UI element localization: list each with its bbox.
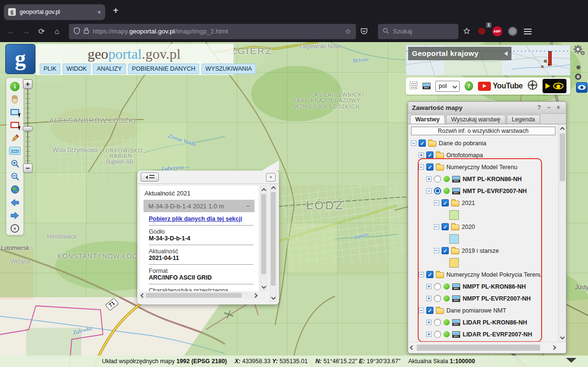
- pan-tool-button[interactable]: [9, 93, 21, 106]
- scrollbar-thumb[interactable]: [417, 345, 540, 351]
- popup-item-header[interactable]: M-34-3-D-b-1-4 2021 1.0 m −: [144, 200, 255, 212]
- xyh-coordinates-button[interactable]: XYH: [9, 144, 21, 157]
- minus-expander-icon[interactable]: −: [426, 188, 432, 194]
- checkbox-checked-icon[interactable]: ✓: [426, 271, 433, 278]
- panel-vertical-scrollbar[interactable]: [558, 125, 566, 342]
- language-select[interactable]: pol: [435, 81, 460, 92]
- plus-expander-icon[interactable]: +: [426, 284, 432, 289]
- zoom-slider-plus-button[interactable]: +: [23, 79, 33, 89]
- layer-tree-item[interactable]: −✓2021: [408, 197, 558, 209]
- minus-expander-icon[interactable]: −: [419, 272, 424, 277]
- popup-close-button[interactable]: ×: [266, 173, 276, 182]
- radio-unselected-icon[interactable]: [434, 175, 441, 183]
- zoom-slider-minus-button[interactable]: −: [23, 163, 33, 173]
- tab-warstwy[interactable]: Warstwy: [410, 115, 445, 124]
- scrollbar-thumb[interactable]: [271, 192, 276, 286]
- layer-tree-item[interactable]: −✓2019 i starsze: [408, 245, 558, 257]
- download-data-link[interactable]: Pobierz plik danych dla tej sekcji: [149, 216, 242, 222]
- zoom-out-tool-button[interactable]: [9, 170, 21, 183]
- layer-tree-item[interactable]: +wmsNMPT PL-KRON86-NH: [408, 281, 558, 292]
- radio-unselected-icon[interactable]: [434, 331, 441, 338]
- geoportal-logo[interactable]: g: [5, 44, 35, 74]
- minus-expander-icon[interactable]: −: [434, 224, 439, 229]
- menu-hamburger-icon[interactable]: [521, 24, 535, 39]
- checkbox-checked-icon[interactable]: ✓: [419, 140, 426, 147]
- zoom-slider-handle[interactable]: [22, 126, 33, 131]
- search-bar[interactable]: Szukaj: [378, 24, 458, 39]
- checkbox-checked-icon[interactable]: ✓: [426, 307, 433, 314]
- plus-expander-icon[interactable]: +: [419, 152, 424, 158]
- popup-horizontal-scrollbar[interactable]: [140, 292, 258, 299]
- layer-tree-item[interactable]: +wmsNMT PL-KRON86-NH: [408, 173, 558, 185]
- previous-view-button[interactable]: [9, 196, 21, 209]
- menu-pobieranie-danych[interactable]: POBIERANIE DANYCH: [128, 64, 200, 74]
- back-icon[interactable]: ←: [4, 24, 18, 39]
- minus-expander-icon[interactable]: −: [419, 164, 424, 170]
- expand-all-layers-button[interactable]: Rozwiń inf. o wszystkich warstwach: [411, 127, 555, 135]
- select-rectangle-button[interactable]: [9, 106, 21, 119]
- layer-tree-item[interactable]: +wmsLIDAR PL-EVRF2007-NH: [408, 328, 558, 340]
- plus-expander-icon[interactable]: +: [426, 176, 432, 182]
- panel-help-button[interactable]: ?: [535, 104, 543, 111]
- panel-close-button[interactable]: ×: [555, 104, 562, 111]
- collapse-dot-button[interactable]: [577, 65, 580, 69]
- radio-selected-icon[interactable]: [434, 187, 441, 194]
- checkbox-checked-icon[interactable]: ✓: [426, 151, 433, 159]
- youtube-link[interactable]: YouTube: [478, 82, 523, 91]
- next-view-button[interactable]: [9, 209, 21, 222]
- panel-minimize-button[interactable]: −: [545, 104, 553, 111]
- wms-button[interactable]: wms: [422, 83, 431, 89]
- reload-icon[interactable]: ⟳: [34, 24, 49, 39]
- settings-gear-button[interactable]: [572, 44, 586, 58]
- new-tab-button[interactable]: +: [113, 6, 119, 15]
- minus-expander-icon[interactable]: −: [434, 200, 439, 205]
- shield-icon[interactable]: [74, 27, 80, 36]
- checkbox-checked-icon[interactable]: ✓: [442, 223, 449, 230]
- panel-horizontal-scrollbar[interactable]: [408, 342, 566, 353]
- home-icon[interactable]: ⌂: [50, 24, 64, 39]
- high-contrast-toggle[interactable]: [543, 79, 566, 93]
- layer-tree-item[interactable]: −✓Dane pomiarowe NMT: [408, 304, 558, 316]
- tab-wyszukaj-warstwe[interactable]: Wyszukaj warstwę: [446, 115, 506, 124]
- menu-widok[interactable]: WIDOK: [63, 64, 90, 74]
- layer-panel-titlebar[interactable]: Zawartość mapy ? − ×: [408, 102, 566, 114]
- ublock-extension-icon[interactable]: 1: [475, 24, 489, 39]
- profile-icon[interactable]: [505, 24, 520, 39]
- menu-analizy[interactable]: ANALIZY: [93, 64, 125, 74]
- results-list-button[interactable]: [141, 173, 159, 182]
- scrollbar-thumb[interactable]: [146, 293, 242, 298]
- scroll-down-icon[interactable]: [271, 295, 276, 300]
- coordinates-grid-button[interactable]: [410, 81, 418, 91]
- tab-close-icon[interactable]: ×: [97, 9, 101, 16]
- overview-collapse-icon[interactable]: [504, 51, 508, 56]
- minus-expander-icon[interactable]: −: [434, 248, 439, 253]
- layer-tree-item[interactable]: −✓Dane do pobrania: [408, 137, 558, 149]
- checkbox-checked-icon[interactable]: ✓: [442, 247, 449, 254]
- menu-plik[interactable]: PLIK: [40, 64, 60, 74]
- checkbox-checked-icon[interactable]: ✓: [442, 199, 449, 206]
- measure-tool-button[interactable]: [9, 131, 21, 144]
- deselect-rectangle-button[interactable]: [9, 119, 21, 131]
- plus-expander-icon[interactable]: +: [426, 296, 432, 301]
- scrollbar-thumb[interactable]: [261, 194, 266, 274]
- identify-tool-button[interactable]: i: [9, 80, 21, 93]
- scroll-left-icon[interactable]: [410, 345, 415, 350]
- radio-unselected-icon[interactable]: [434, 295, 441, 302]
- scroll-down-icon[interactable]: [560, 335, 565, 340]
- scroll-up-icon[interactable]: [560, 127, 565, 132]
- layer-tree-item[interactable]: +wmsNMPT PL-EVRF2007-NH: [408, 292, 558, 304]
- overview-map[interactable]: Geoportal krajowy: [406, 45, 570, 76]
- wheel-button[interactable]: [527, 80, 538, 92]
- checkbox-checked-icon[interactable]: ✓: [426, 163, 433, 171]
- layer-tree-item[interactable]: −✓Numeryczny Model Terenu: [408, 161, 558, 173]
- scrollbar-thumb[interactable]: [560, 133, 565, 181]
- plus-expander-icon[interactable]: +: [426, 320, 432, 325]
- scroll-left-icon[interactable]: [141, 293, 145, 298]
- scroll-up-icon[interactable]: [271, 186, 276, 191]
- plus-expander-icon[interactable]: +: [426, 332, 432, 337]
- clear-selection-button[interactable]: ×: [9, 222, 21, 235]
- scroll-right-icon[interactable]: [253, 293, 258, 298]
- menu-wyszukiwania[interactable]: WYSZUKIWANIA: [201, 64, 255, 74]
- layer-tree-item[interactable]: −wmsNMT PL-EVRF2007-NH: [408, 185, 558, 197]
- layer-tree-item[interactable]: −✓Numeryczny Model Pokrycia Terenu: [408, 269, 558, 281]
